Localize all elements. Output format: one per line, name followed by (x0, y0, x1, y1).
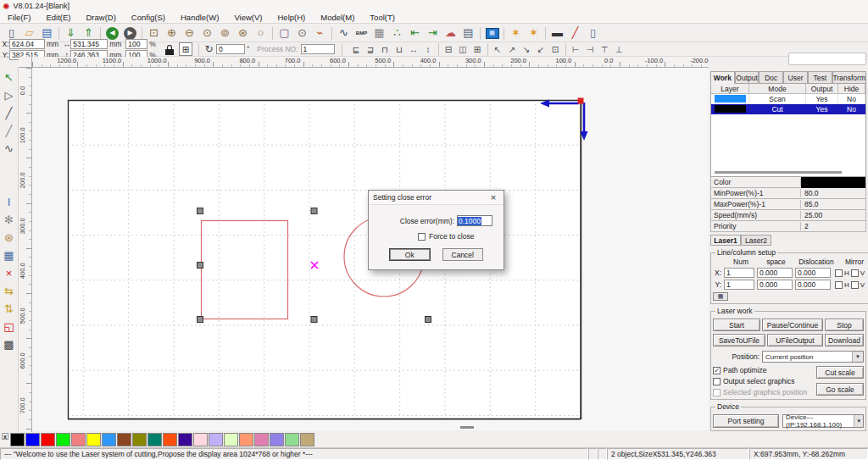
layer-row[interactable]: Cut Yes No (711, 104, 865, 114)
edge-align-icon[interactable]: ⊣ (583, 43, 598, 56)
rect-tool-icon[interactable] (1, 158, 18, 175)
curve-tool-icon[interactable]: ∿ (1, 140, 18, 158)
ruler-tool-icon[interactable]: ▯ (584, 25, 602, 41)
device-camera-icon[interactable]: ▬ (548, 25, 566, 41)
mirror-h-checkbox[interactable] (835, 281, 843, 289)
menu-item[interactable]: Handle(W) (173, 12, 226, 23)
palette-swatch[interactable] (209, 433, 223, 446)
num-input[interactable]: 1 (724, 268, 754, 278)
menu-item[interactable]: Tool(T) (362, 12, 403, 23)
center-align-icon[interactable]: ⊞ (470, 43, 485, 56)
align-size-icon[interactable]: ⊔ (392, 43, 407, 56)
panel-tab[interactable]: Work (710, 71, 735, 84)
dither-icon[interactable]: ▩ (1, 335, 18, 353)
menu-item[interactable]: Config(S) (124, 12, 173, 23)
width-input[interactable]: 531.345 (70, 39, 108, 49)
align-size-icon[interactable]: ⊒ (364, 43, 378, 56)
polyline-tool-icon[interactable]: ╱ (1, 122, 18, 140)
layer-table-scrollbar[interactable] (715, 171, 842, 174)
fill-rect-icon[interactable]: ▦ (370, 25, 388, 41)
weld-left-icon[interactable]: ⇤ (406, 25, 424, 41)
edge-align-icon[interactable]: ⊢ (569, 43, 583, 56)
palette-swatch[interactable] (102, 433, 116, 446)
selection-handle[interactable] (198, 208, 203, 214)
curve-smooth-icon[interactable]: ∿ (335, 25, 353, 41)
corner-align-icon[interactable]: ↖ (491, 43, 505, 56)
line-tool-icon[interactable]: ╱ (1, 104, 18, 122)
center-align-icon[interactable]: ⊟ (442, 43, 456, 56)
palette-swatch[interactable] (270, 433, 284, 446)
cancel-button[interactable]: Cancel (442, 248, 484, 261)
palette-swatch[interactable] (41, 433, 55, 446)
palette-swatch[interactable] (239, 433, 253, 446)
palette-swatch[interactable] (86, 433, 101, 446)
cut-scale-button[interactable]: Cut scale (816, 366, 864, 379)
select-tool-icon[interactable]: ↖ (1, 69, 18, 86)
layer-color-button[interactable] (801, 177, 865, 188)
dropdown-arrow-icon[interactable]: ▼ (854, 415, 863, 427)
palette-swatch[interactable] (254, 433, 269, 446)
menu-item[interactable]: Help(H) (270, 12, 313, 23)
doc-list-icon[interactable]: ▤ (459, 25, 477, 41)
menu-item[interactable]: Draw(D) (79, 12, 124, 23)
zoom-select-icon[interactable]: ⊛ (234, 25, 252, 41)
dropdown-arrow-icon[interactable]: ▼ (852, 352, 863, 362)
selection-handle[interactable] (198, 317, 203, 323)
layer-color-swatch[interactable] (715, 105, 746, 113)
preview-monitor-icon[interactable]: ▦ (483, 25, 501, 41)
panel-tab[interactable]: User (783, 71, 808, 84)
palette-swatch[interactable] (285, 433, 299, 446)
text-tool-icon[interactable]: I (1, 193, 18, 211)
dislocation-input[interactable]: 0.000 (795, 280, 831, 290)
ufile-output-button[interactable]: UFileOutput (767, 334, 823, 346)
space-input[interactable]: 0.000 (757, 268, 793, 278)
position-dropdown[interactable]: Current position▼ (762, 351, 864, 363)
rotate-icon[interactable]: ↻ (202, 43, 216, 56)
laser-burst-1-icon[interactable]: ✶ (507, 25, 525, 41)
selection-handle[interactable] (426, 317, 431, 323)
layer-row[interactable]: Scan Yes No (711, 94, 865, 104)
node-edit-tool-icon[interactable]: ▷ (1, 86, 18, 104)
corner-align-icon[interactable]: ↙ (534, 43, 548, 56)
selection-handle[interactable] (311, 317, 317, 323)
pause-continue-button[interactable]: Pause/Continue (762, 319, 823, 331)
close-error-input[interactable]: 0.1000 (457, 215, 492, 226)
param-value[interactable]: 85.0 (801, 200, 865, 208)
x-position-input[interactable]: 624.04 (9, 39, 45, 49)
show-frame-icon[interactable]: ▢ (275, 25, 293, 41)
zoom-all-icon[interactable]: ⊙ (198, 25, 216, 41)
save-to-ufile-button[interactable]: SaveToUFile (713, 334, 765, 346)
palette-swatch[interactable] (10, 433, 25, 446)
process-no-input[interactable]: 1 (301, 44, 335, 54)
star-tool-icon[interactable]: ✻ (1, 211, 18, 229)
device-dropdown[interactable]: Device---(IP:192.168.1.100)▼ (782, 414, 864, 428)
palette-swatch[interactable] (25, 433, 40, 446)
anchor-position-selector[interactable]: ⊞ (179, 42, 192, 56)
align-size-icon[interactable]: ↕ (421, 43, 436, 56)
align-size-icon[interactable]: ↔ (407, 43, 421, 56)
show-path-icon[interactable]: ⊙ (293, 25, 311, 41)
bestowing-button[interactable]: ▦ (713, 292, 728, 301)
palette-swatch[interactable] (147, 433, 162, 446)
menu-item[interactable]: Edit(E) (38, 12, 78, 23)
dislocation-input[interactable]: 0.000 (795, 268, 831, 278)
cloud-stamp-icon[interactable]: ☁ (442, 25, 459, 41)
go-scale-button[interactable]: Go scale (816, 383, 864, 396)
corner-align-icon[interactable]: ↗ (505, 43, 520, 56)
zoom-find-icon[interactable]: ○ (252, 25, 270, 41)
align-size-icon[interactable]: ⊑ (349, 43, 364, 56)
scrollbar-thumb[interactable] (460, 426, 474, 429)
dialog-close-icon[interactable]: × (487, 192, 499, 202)
image-tool-icon[interactable]: ⊛ (1, 229, 18, 247)
grid-tool-icon[interactable]: ▦ (1, 247, 18, 264)
zoom-page-icon[interactable]: ⊚ (216, 25, 234, 41)
corner-align-icon[interactable]: ↘ (520, 43, 534, 56)
num-input[interactable]: 1 (724, 280, 754, 290)
bmp-icon[interactable]: BMP (353, 25, 370, 41)
ellipse-tool-icon[interactable] (1, 175, 18, 193)
palette-swatch[interactable] (132, 433, 147, 446)
param-value[interactable]: 2 (801, 222, 865, 230)
force-to-close-checkbox[interactable] (418, 233, 426, 241)
space-input[interactable]: 0.000 (757, 280, 793, 290)
origin-icon[interactable]: ◱ (1, 318, 18, 335)
